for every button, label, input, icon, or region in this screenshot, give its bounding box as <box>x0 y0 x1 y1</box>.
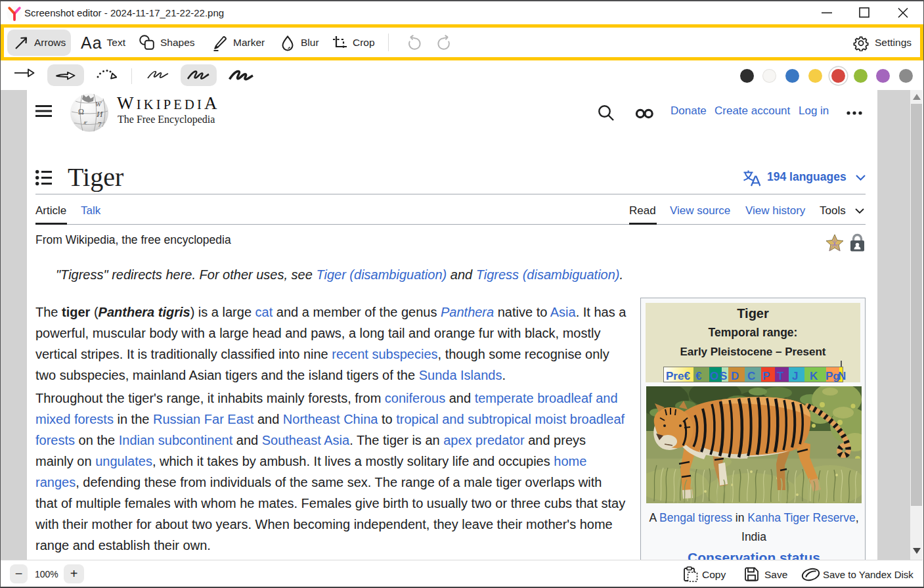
svg-text:𐤀: 𐤀 <box>83 120 88 126</box>
svg-text:Ω: Ω <box>78 107 84 116</box>
svg-text:И: И <box>96 109 103 119</box>
svg-text:W: W <box>95 100 102 108</box>
svg-text:7: 7 <box>98 120 102 128</box>
